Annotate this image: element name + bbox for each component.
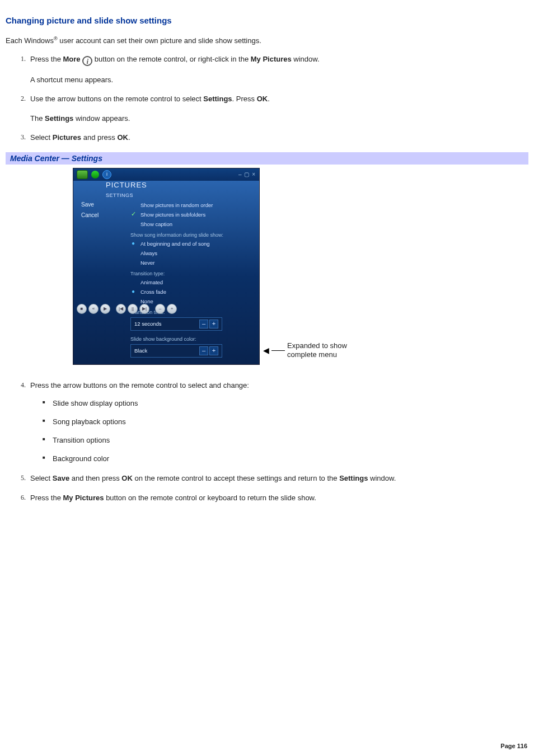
- cancel-button[interactable]: Cancel: [81, 212, 124, 218]
- transition-time-field[interactable]: 12 seconds – +: [130, 317, 222, 331]
- info-icon: i: [102, 170, 111, 179]
- song-always[interactable]: Always: [129, 248, 255, 258]
- bullet-transition: Transition options: [43, 435, 528, 446]
- prev-icon[interactable]: |◀: [116, 304, 126, 314]
- group-bg-color: Slide show background color:: [129, 333, 255, 343]
- t: Settings: [45, 114, 73, 123]
- t: and press: [81, 133, 117, 142]
- window-titlebar: i – ▢ ×: [73, 168, 259, 181]
- transition-crossfade[interactable]: Cross fade: [129, 287, 255, 297]
- t: window.: [368, 474, 396, 482]
- t: and then press: [69, 474, 121, 482]
- transition-animated[interactable]: Animated: [129, 278, 255, 287]
- page-number: Page 116: [500, 743, 527, 749]
- transition-time-value: 12 seconds: [134, 321, 198, 327]
- play-icon[interactable]: ▶: [100, 304, 110, 314]
- step-2-sub: The Settings window appears.: [30, 114, 528, 124]
- step-2: Use the arrow buttons on the remote cont…: [18, 94, 528, 124]
- intro-paragraph: Each Windows® user account can set their…: [6, 35, 528, 46]
- minus-button[interactable]: –: [199, 320, 208, 328]
- media-center-banner: Media Center — Settings: [6, 152, 528, 165]
- bullet-slideshow: Slide show display options: [43, 398, 528, 409]
- step-1-text: Press the More button on the remote cont…: [30, 55, 320, 63]
- bg-minus-button[interactable]: –: [199, 346, 208, 355]
- step-3: Select Pictures and press OK.: [18, 133, 528, 143]
- stop-icon[interactable]: ■: [77, 304, 87, 314]
- plus-button[interactable]: +: [209, 320, 218, 328]
- t: window appears.: [73, 114, 130, 123]
- intro-post: user account can set their own picture a…: [58, 36, 261, 45]
- group-transition-type: Transition type:: [129, 267, 255, 278]
- bg-plus-button[interactable]: +: [209, 346, 218, 355]
- t: on the remote control to accept these se…: [133, 474, 339, 482]
- t: More: [63, 55, 81, 63]
- t: OK: [117, 133, 128, 142]
- t: The: [30, 114, 45, 123]
- step-1-sub: A shortcut menu appears.: [30, 75, 528, 85]
- back-icon: [91, 171, 99, 179]
- t: Save: [53, 474, 69, 482]
- annot-line1: Expanded to show: [287, 341, 347, 350]
- t: Use the arrow buttons on the remote cont…: [30, 95, 203, 103]
- window-controls[interactable]: – ▢ ×: [238, 171, 256, 177]
- t: . Press: [232, 95, 257, 103]
- opt-caption[interactable]: Show caption: [129, 219, 255, 229]
- steps-list-continued: Press the arrow buttons on the remote co…: [18, 381, 528, 504]
- expanded-annotation: ◀ Expanded to show complete menu: [263, 341, 347, 360]
- t: .: [268, 95, 270, 103]
- steps-list: Press the More button on the remote cont…: [18, 54, 528, 143]
- t: Press the: [30, 494, 63, 502]
- pause-icon[interactable]: ||: [128, 304, 138, 314]
- bullet-song: Song playback options: [43, 417, 528, 428]
- t: button on the remote control or keyboard…: [104, 494, 316, 502]
- song-never[interactable]: Never: [129, 258, 255, 267]
- section-heading: Changing picture and slide show settings: [6, 16, 528, 25]
- opt-subfolders[interactable]: Show pictures in subfolders: [129, 210, 255, 219]
- annot-line2: complete menu: [287, 350, 337, 359]
- t: Select: [30, 474, 53, 482]
- t: button on the remote control, or right-c…: [92, 55, 251, 63]
- t: Select: [30, 133, 53, 142]
- bg-color-value: Black: [134, 348, 198, 354]
- next-icon[interactable]: ▶|: [139, 304, 149, 314]
- vol-up-icon[interactable]: +: [167, 304, 177, 314]
- bg-color-field[interactable]: Black – +: [130, 344, 222, 358]
- t: window.: [292, 55, 320, 63]
- song-beginning-end[interactable]: At beginning and end of song: [129, 239, 255, 248]
- t: OK: [257, 95, 268, 103]
- vol-down-icon[interactable]: –: [155, 304, 165, 314]
- save-button[interactable]: Save: [81, 201, 124, 208]
- t: Press the: [30, 55, 63, 63]
- step-6: Press the My Pictures button on the remo…: [18, 493, 528, 504]
- bullet-background: Background color: [43, 454, 528, 464]
- step-4: Press the arrow buttons on the remote co…: [18, 381, 528, 464]
- breadcrumb: SETTINGS: [73, 192, 259, 199]
- arrow-icon: ◀: [263, 346, 269, 355]
- t: OK: [121, 474, 133, 482]
- start-icon: [77, 170, 88, 179]
- group-song-info: Show song information during slide show:: [129, 229, 255, 239]
- t: .: [128, 133, 130, 142]
- t: Pictures: [53, 133, 81, 142]
- rewind-icon[interactable]: «: [88, 304, 99, 314]
- t: My Pictures: [251, 55, 292, 63]
- step-4-bullets: Slide show display options Song playback…: [43, 398, 528, 464]
- screen-title: PICTURES: [106, 181, 147, 189]
- t: Settings: [203, 95, 232, 103]
- settings-screenshot: i – ▢ × PICTURES SETTINGS Save Cancel Sh…: [73, 168, 260, 365]
- step-5: Select Save and then press OK on the rem…: [18, 473, 528, 484]
- more-icon: [82, 56, 92, 66]
- t: My Pictures: [63, 494, 104, 502]
- step-1: Press the More button on the remote cont…: [18, 54, 528, 85]
- intro-pre: Each Windows: [6, 36, 54, 45]
- t: Settings: [339, 474, 368, 482]
- opt-random-order[interactable]: Show pictures in random order: [129, 200, 255, 210]
- registered-mark: ®: [54, 36, 58, 41]
- t: Press the arrow buttons on the remote co…: [30, 381, 249, 389]
- media-controls: ■ « ▶ |◀ || ▶| – +: [77, 304, 177, 314]
